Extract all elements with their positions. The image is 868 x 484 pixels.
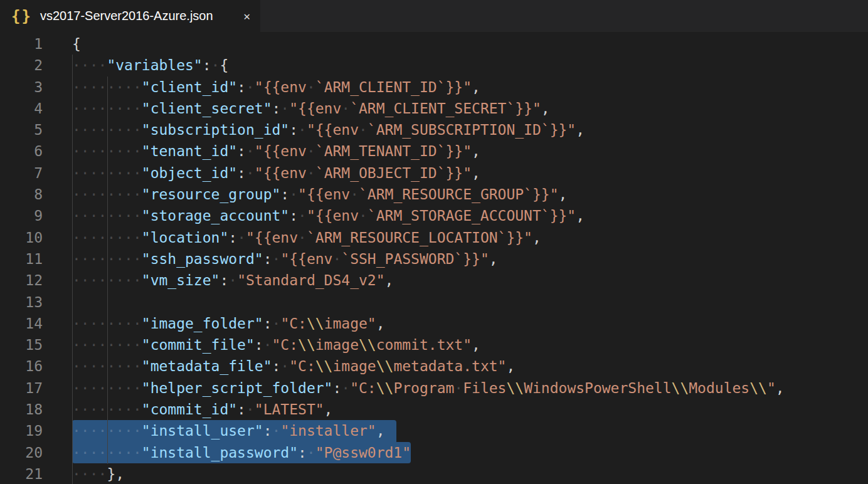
whitespace-dots: · <box>341 100 350 117</box>
code-line[interactable]: 13 <box>0 292 868 313</box>
code-line[interactable]: 6········"tenant_id":·"{{env·`ARM_TENANT… <box>0 140 868 162</box>
code-token: \\ <box>315 358 333 374</box>
code-token: "variables" <box>107 57 202 73</box>
code-token: "{{env <box>298 186 350 203</box>
code-line[interactable]: 2····"variables":·{ <box>0 55 868 76</box>
code-line[interactable]: 17········"helper_script_folder":·"C:\\P… <box>0 377 868 399</box>
code-token: "C: <box>280 315 307 332</box>
tab-bar: {} vs2017-Server2016-Azure.json ✕ <box>0 0 868 32</box>
code-token: "location" <box>142 229 228 246</box>
whitespace-dots: · <box>359 208 368 224</box>
code-lines: 1{2····"variables":·{3········"client_id… <box>0 33 868 484</box>
code-line[interactable]: 4········"client_secret":·"{{env·`ARM_CL… <box>0 98 868 119</box>
code-token: , <box>489 251 498 267</box>
line-number[interactable]: 10 <box>0 227 43 248</box>
code-token: `ARM_RESOURCE_LOCATION`}}" <box>307 229 532 246</box>
code-line[interactable]: 16········"metadata_file":·"C:\\image\\m… <box>0 355 868 377</box>
line-number[interactable]: 1 <box>0 33 43 55</box>
line-number[interactable]: 9 <box>0 205 43 226</box>
line-number[interactable]: 20 <box>0 442 43 463</box>
line-number[interactable]: 12 <box>0 270 43 291</box>
line-number[interactable]: 16 <box>0 355 43 377</box>
code-token: `ARM_RESOURCE_GROUP`}}" <box>359 186 559 203</box>
tab-vs2017-server2016-azure-json[interactable]: {} vs2017-Server2016-Azure.json ✕ <box>0 0 260 32</box>
code-line[interactable]: 19········"install_user":·"installer", <box>0 420 868 441</box>
code-line-text: ········"client_id":·"{{env·`ARM_CLIENT_… <box>72 76 480 98</box>
whitespace-dots: ···· <box>72 466 107 482</box>
line-number[interactable]: 2 <box>0 55 43 76</box>
code-line[interactable]: 18········"commit_id":·"LATEST", <box>0 399 868 420</box>
line-number[interactable]: 21 <box>0 463 43 484</box>
line-number[interactable]: 5 <box>0 119 43 140</box>
code-line[interactable]: 5········"subscription_id":·"{{env·`ARM_… <box>0 119 868 140</box>
code-token: "Standard_DS4_v2" <box>237 272 384 288</box>
whitespace-dots: · <box>307 143 315 159</box>
code-token: : <box>263 315 272 332</box>
whitespace-dots: · <box>246 143 255 159</box>
json-file-icon: {} <box>11 9 32 24</box>
line-number[interactable]: 15 <box>0 334 43 355</box>
code-line[interactable]: 12········"vm_size":·"Standard_DS4_v2", <box>0 270 868 291</box>
line-number[interactable]: 3 <box>0 76 43 98</box>
code-token: "{{env <box>255 79 307 95</box>
line-number[interactable]: 8 <box>0 184 43 205</box>
code-token: "commit_file" <box>142 337 255 353</box>
line-number[interactable]: 19 <box>0 420 43 441</box>
code-line[interactable]: 21····}, <box>0 463 868 484</box>
whitespace-dots: · <box>298 229 307 246</box>
code-token: " <box>767 380 776 396</box>
code-line-text: ········"location":·"{{env·`ARM_RESOURCE… <box>72 227 541 248</box>
whitespace-dots: · <box>272 315 281 332</box>
code-line[interactable]: 11········"ssh_password":·"{{env·`SSH_PA… <box>0 248 868 270</box>
code-line[interactable]: 15········"commit_file":·"C:\\image\\com… <box>0 334 868 355</box>
code-line[interactable]: 3········"client_id":·"{{env·`ARM_CLIENT… <box>0 76 868 98</box>
code-token: "{{env <box>307 208 359 224</box>
code-token: "image_folder" <box>142 315 263 332</box>
code-line[interactable]: 10········"location":·"{{env·`ARM_RESOUR… <box>0 227 868 248</box>
code-line[interactable]: 8········"resource_group":·"{{env·`ARM_R… <box>0 184 868 205</box>
code-token: \\ <box>359 337 376 353</box>
whitespace-dots: · <box>280 358 289 374</box>
code-token: : <box>272 358 281 374</box>
editor-pane[interactable]: 1{2····"variables":·{3········"client_id… <box>0 32 868 484</box>
code-token: : <box>263 251 272 267</box>
line-number[interactable]: 7 <box>0 162 43 184</box>
code-token: "{{env <box>255 165 307 181</box>
code-line[interactable]: 7········"object_id":·"{{env·`ARM_OBJECT… <box>0 162 868 184</box>
line-number[interactable]: 4 <box>0 98 43 119</box>
line-number[interactable]: 17 <box>0 377 43 399</box>
code-line[interactable]: 1{ <box>0 33 868 55</box>
code-token: : <box>298 445 307 461</box>
code-token: "{{env <box>255 143 307 159</box>
whitespace-dots: · <box>359 122 368 138</box>
whitespace-dots: ···· <box>72 57 107 73</box>
whitespace-dots: · <box>263 337 272 353</box>
code-line-text: ········"commit_file":·"C:\\image\\commi… <box>72 334 480 355</box>
code-token: "storage_account" <box>142 208 289 224</box>
whitespace-dots: · <box>341 380 350 396</box>
code-token: : <box>263 423 272 439</box>
line-number[interactable]: 6 <box>0 140 43 162</box>
code-token: "commit_id" <box>142 401 237 418</box>
code-token: , <box>472 165 480 181</box>
code-token: , <box>324 401 333 418</box>
close-tab-icon[interactable]: ✕ <box>243 11 250 22</box>
code-line[interactable]: 20········"install_password":·"P@ssw0rd1… <box>0 442 868 463</box>
code-token: "ssh_password" <box>142 251 263 267</box>
whitespace-dots: · <box>307 445 315 461</box>
line-number[interactable]: 18 <box>0 399 43 420</box>
code-token: "resource_group" <box>142 186 281 203</box>
code-token: image <box>315 337 359 353</box>
code-line-text: ········"commit_id":·"LATEST", <box>72 399 332 420</box>
code-token: : <box>237 401 246 418</box>
code-line[interactable]: 14········"image_folder":·"C:\\image", <box>0 313 868 334</box>
line-number[interactable]: 11 <box>0 248 43 270</box>
code-token: \\ <box>506 380 524 396</box>
code-line[interactable]: 9········"storage_account":·"{{env·`ARM_… <box>0 205 868 226</box>
line-number[interactable]: 14 <box>0 313 43 334</box>
line-number[interactable]: 13 <box>0 292 43 313</box>
code-token: "object_id" <box>142 165 237 181</box>
whitespace-dots: · <box>246 79 255 95</box>
code-token: "{{env <box>289 100 341 117</box>
code-token: { <box>72 36 81 52</box>
